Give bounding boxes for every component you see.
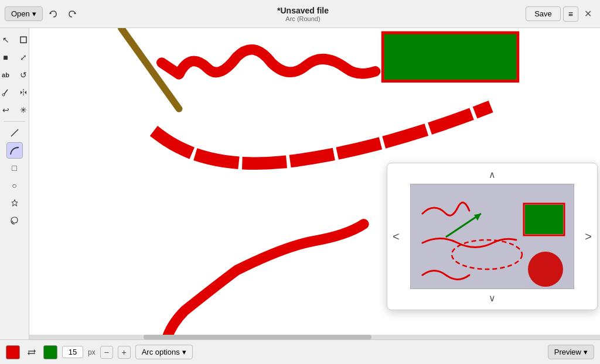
- text-tool[interactable]: ab: [0, 67, 14, 83]
- rectangle-tool[interactable]: □: [6, 160, 23, 176]
- mirror-icon: [19, 88, 28, 97]
- svg-marker-7: [25, 91, 26, 94]
- arc-options-label: Arc options: [142, 348, 180, 356]
- left-toolbar: ↖ ■ ⤢ ab ↺: [0, 28, 29, 339]
- save-button[interactable]: Save: [526, 6, 561, 21]
- arc-options-button[interactable]: Arc options ▾: [135, 345, 193, 359]
- fill-color-swatch[interactable]: [43, 345, 57, 359]
- svg-marker-9: [12, 200, 18, 206]
- open-dropdown-icon: ▾: [32, 9, 36, 18]
- size-increase-button[interactable]: +: [118, 346, 131, 359]
- crop-icon: [19, 36, 28, 44]
- select-tool[interactable]: ↖: [0, 32, 14, 48]
- svg-rect-2: [21, 37, 26, 43]
- star-icon: [11, 199, 19, 207]
- svg-marker-21: [28, 352, 29, 355]
- open-label: Open: [11, 9, 30, 18]
- size-unit-label: px: [88, 348, 96, 356]
- preview-label: Preview: [554, 348, 581, 356]
- tool-row-8: □: [6, 160, 23, 176]
- popup-down-button[interactable]: ∨: [484, 291, 500, 305]
- line-icon: [11, 129, 19, 137]
- ellipse-tool[interactable]: ○: [6, 177, 23, 194]
- svg-point-19: [528, 252, 563, 287]
- star-tool[interactable]: [6, 195, 23, 211]
- undo-button[interactable]: [45, 7, 62, 21]
- canvas-scrollbar-thumb[interactable]: [144, 335, 372, 339]
- header-left: Open ▾: [5, 6, 80, 21]
- svg-line-8: [11, 129, 18, 136]
- tool-row-3: ab ↺: [0, 67, 32, 83]
- popup-preview-image: [410, 184, 574, 289]
- svg-marker-20: [34, 349, 36, 353]
- popup-wrapper: <: [410, 181, 574, 291]
- open-button[interactable]: Open ▾: [5, 6, 43, 21]
- file-title: *Unsaved file: [84, 6, 522, 15]
- canvas-scrollbar[interactable]: [29, 335, 600, 339]
- popup-right-button[interactable]: >: [585, 230, 592, 243]
- svg-rect-17: [525, 205, 563, 234]
- arc-options-dropdown-icon: ▾: [182, 348, 186, 356]
- header-right: Save ≡ ✕: [526, 6, 595, 22]
- popup-preview-svg: [411, 184, 574, 289]
- preview-dropdown-icon: ▾: [584, 348, 588, 356]
- tool-row-4: [0, 84, 32, 101]
- header: Open ▾ *Unsaved file Arc (Round) Save ≡ …: [0, 0, 600, 28]
- spiral-icon: [11, 217, 19, 225]
- close-button[interactable]: ✕: [581, 6, 595, 22]
- eyedropper-tool[interactable]: [0, 84, 14, 101]
- tool-row-11: [6, 212, 23, 229]
- redo-icon: [67, 9, 77, 19]
- tool-row-1: ↖: [0, 32, 32, 48]
- bottom-bar: 15 px − + Arc options ▾ Preview ▾: [0, 339, 600, 364]
- popup-left-button[interactable]: <: [393, 230, 400, 243]
- arc-tool[interactable]: [6, 142, 23, 159]
- toolbar-divider: [4, 121, 25, 122]
- redo-button[interactable]: [64, 7, 80, 21]
- size-decrease-button[interactable]: −: [100, 346, 113, 359]
- svg-point-4: [2, 94, 5, 96]
- swap-colors-button[interactable]: [25, 346, 39, 358]
- preview-popup: ∧ <: [387, 163, 598, 310]
- preview-button[interactable]: Preview ▾: [548, 345, 594, 359]
- file-subtitle: Arc (Round): [84, 15, 522, 22]
- eyedropper-icon: [2, 88, 10, 97]
- tool-row-7: [6, 142, 23, 159]
- rect-select-tool[interactable]: ■: [0, 49, 14, 66]
- undo-icon: [49, 9, 58, 19]
- header-center: *Unsaved file Arc (Round): [84, 6, 522, 22]
- popup-up-button[interactable]: ∧: [484, 168, 500, 181]
- tool-row-10: [6, 195, 23, 211]
- svg-line-3: [4, 90, 8, 94]
- swap-icon: [27, 348, 36, 357]
- tool-row-2: ■ ⤢: [0, 49, 32, 66]
- canvas-area[interactable]: ∧ <: [29, 28, 600, 339]
- size-input[interactable]: 15: [62, 346, 83, 358]
- stroke-color-swatch[interactable]: [6, 345, 20, 359]
- svg-rect-11: [384, 34, 517, 80]
- arc-icon: [9, 145, 20, 156]
- main: ↖ ■ ⤢ ab ↺: [0, 28, 600, 339]
- line-tool[interactable]: [6, 125, 23, 141]
- tool-row-9: ○: [6, 177, 23, 194]
- menu-button[interactable]: ≡: [563, 6, 578, 22]
- transform-tool[interactable]: ↩: [0, 102, 14, 118]
- svg-marker-6: [21, 91, 22, 94]
- tool-row-6: [6, 125, 23, 141]
- tool-row-5: ↩ ✳: [0, 102, 32, 118]
- spiral-tool[interactable]: [6, 212, 23, 229]
